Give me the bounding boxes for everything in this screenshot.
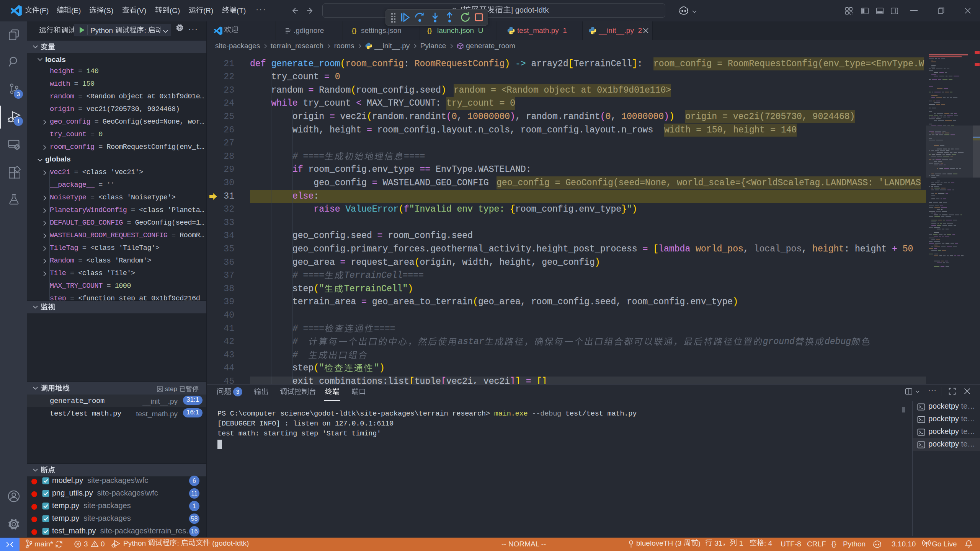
svg-text:{}: {} bbox=[427, 27, 432, 34]
svg-text:{}: {} bbox=[351, 27, 357, 34]
